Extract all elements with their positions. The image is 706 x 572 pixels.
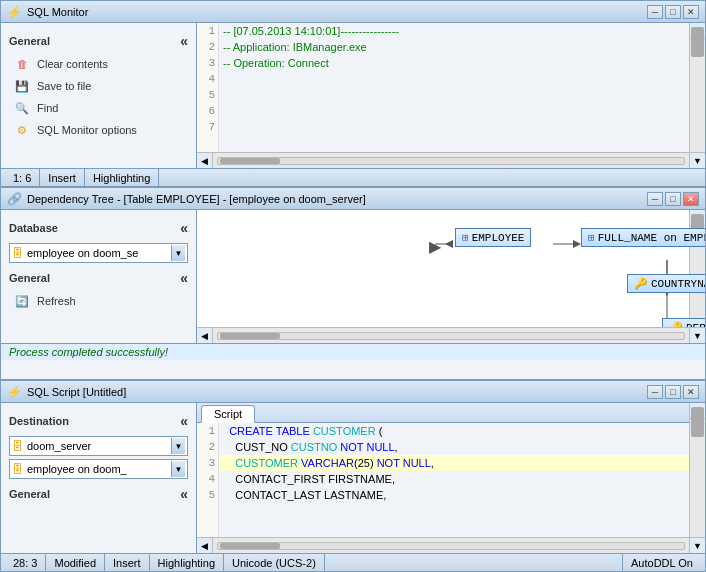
clear-icon: 🗑 <box>13 56 31 72</box>
script-db-icon: 🗄 <box>12 463 23 475</box>
deptno-node[interactable]: 🔑 DEPTNO <box>662 318 705 327</box>
dep-scroll-left[interactable]: ◀ <box>197 328 213 343</box>
find-item[interactable]: 🔍 Find <box>1 97 196 119</box>
horizontal-scrollbar[interactable]: ◀ ▶ <box>197 152 705 168</box>
line-numbers: 1234567 <box>197 23 219 152</box>
script-v-scroll-thumb[interactable] <box>691 407 704 437</box>
code-line-2: -- [07.05.2013 14:10:01]---------------- <box>219 23 705 39</box>
cursor-position: 1: 6 <box>5 169 40 186</box>
script-cursor-position: 28: 3 <box>5 554 46 571</box>
save-icon: 💾 <box>13 78 31 94</box>
collapse-script-general-button[interactable]: « <box>180 486 188 502</box>
script-maximize-button[interactable]: □ <box>665 385 681 399</box>
countryname-node-icon: 🔑 <box>634 277 648 290</box>
clear-contents-item[interactable]: 🗑 Clear contents <box>1 53 196 75</box>
process-status: Process completed successfully! <box>1 343 705 360</box>
script-close-button[interactable]: ✕ <box>683 385 699 399</box>
script-db-dropdown-value: employee on doom_ <box>27 463 171 475</box>
root-pointer: ▶ <box>429 237 441 256</box>
sql-script-titlebar: ⚡ SQL Script [Untitled] ─ □ ✕ <box>1 381 705 403</box>
scroll-thumb[interactable] <box>220 158 280 164</box>
clear-contents-label: Clear contents <box>37 58 108 70</box>
server-dropdown[interactable]: 🗄 doom_server ▼ <box>9 436 188 456</box>
code-content[interactable]: -- [07.05.2013 14:10:01]----------------… <box>219 23 705 152</box>
dep-minimize-button[interactable]: ─ <box>647 192 663 206</box>
svg-marker-3 <box>573 240 581 248</box>
sql-script-window: ⚡ SQL Script [Untitled] ─ □ ✕ Destinatio… <box>0 380 706 572</box>
script-line-4: CONTACT_FIRST FIRSTNAME, <box>219 471 705 487</box>
employee-node[interactable]: ⊞ EMPLOYEE <box>455 228 531 247</box>
dep-scroll-thumb[interactable] <box>220 333 280 339</box>
sql-monitor-statusbar: 1: 6 Insert Highlighting <box>1 168 705 186</box>
close-button[interactable]: ✕ <box>683 5 699 19</box>
server-dropdown-value: doom_server <box>27 440 171 452</box>
script-scroll-down[interactable]: ▼ <box>690 537 705 553</box>
dep-close-button[interactable]: ✕ <box>683 192 699 206</box>
script-db-dropdown-arrow[interactable]: ▼ <box>171 461 185 477</box>
script-vertical-scrollbar[interactable]: ▲ ▼ <box>689 403 705 553</box>
db-icon: 🗄 <box>12 247 23 259</box>
maximize-button[interactable]: □ <box>665 5 681 19</box>
general2-label: General <box>9 272 50 284</box>
script-status-spacer <box>325 554 623 571</box>
find-label: Find <box>37 102 58 114</box>
script-highlighting: Highlighting <box>150 554 224 571</box>
server-icon: 🗄 <box>12 440 23 452</box>
find-icon: 🔍 <box>13 100 31 116</box>
scroll-left-button[interactable]: ◀ <box>197 153 213 168</box>
countryname-node[interactable]: 🔑 COUNTRYNAME <box>627 274 705 293</box>
sql-monitor-titlebar: ⚡ SQL Monitor ─ □ ✕ <box>1 1 705 23</box>
script-horizontal-scrollbar[interactable]: ◀ ▶ <box>197 537 705 553</box>
dep-scroll-down[interactable]: ▼ <box>690 327 705 343</box>
general-section2-header: General « <box>1 266 196 290</box>
refresh-icon: 🔄 <box>13 293 31 309</box>
script-minimize-button[interactable]: ─ <box>647 385 663 399</box>
server-dropdown-arrow[interactable]: ▼ <box>171 438 185 454</box>
collapse-general-button[interactable]: « <box>180 33 188 49</box>
collapse-destination-button[interactable]: « <box>180 413 188 429</box>
dependency-diagram: ▶ ⊞ EMPLOYEE ⊞ FULL_NAME on EMPLOYEE 🔑 <box>197 210 705 327</box>
database-dropdown[interactable]: 🗄 employee on doom_se ▼ <box>9 243 188 263</box>
refresh-item[interactable]: 🔄 Refresh <box>1 290 196 312</box>
save-to-file-item[interactable]: 💾 Save to file <box>1 75 196 97</box>
fullname-node[interactable]: ⊞ FULL_NAME on EMPLOYEE <box>581 228 705 247</box>
collapse-general2-button[interactable]: « <box>180 270 188 286</box>
collapse-database-button[interactable]: « <box>180 220 188 236</box>
options-item[interactable]: ⚙ SQL Monitor options <box>1 119 196 141</box>
script-line-5: CONTACT_LAST LASTNAME, <box>219 487 705 503</box>
script-encoding: Unicode (UCS-2) <box>224 554 325 571</box>
edit-mode: Insert <box>40 169 85 186</box>
sql-monitor-title: SQL Monitor <box>27 6 647 18</box>
save-to-file-label: Save to file <box>37 80 91 92</box>
status-empty <box>159 169 701 186</box>
script-tab[interactable]: Script <box>201 405 255 423</box>
options-icon: ⚙ <box>13 122 31 138</box>
script-scroll-thumb[interactable] <box>220 543 280 549</box>
scroll-down-button[interactable]: ▼ <box>690 152 705 168</box>
employee-node-icon: ⊞ <box>462 231 469 244</box>
script-modified: Modified <box>46 554 105 571</box>
script-left-panel: Destination « 🗄 doom_server ▼ 🗄 employee… <box>1 403 197 553</box>
sql-script-icon: ⚡ <box>7 385 22 399</box>
vertical-scrollbar[interactable]: ▲ ▼ <box>689 23 705 168</box>
minimize-button[interactable]: ─ <box>647 5 663 19</box>
general-section-header: General « <box>1 29 196 53</box>
script-db-dropdown[interactable]: 🗄 employee on doom_ ▼ <box>9 459 188 479</box>
general-label: General <box>9 35 50 47</box>
script-insert-mode: Insert <box>105 554 150 571</box>
script-scroll-left[interactable]: ◀ <box>197 538 213 553</box>
database-dropdown-arrow[interactable]: ▼ <box>171 245 185 261</box>
dependency-tree-titlebar: 🔗 Dependency Tree - [Table EMPLOYEE] - [… <box>1 188 705 210</box>
dependency-tree-window: 🔗 Dependency Tree - [Table EMPLOYEE] - [… <box>0 187 706 380</box>
v-scroll-thumb[interactable] <box>691 27 704 57</box>
database-dropdown-value: employee on doom_se <box>27 247 171 259</box>
dep-horizontal-scrollbar[interactable]: ◀ ▶ <box>197 327 705 343</box>
options-label: SQL Monitor options <box>37 124 137 136</box>
dep-maximize-button[interactable]: □ <box>665 192 681 206</box>
script-code-content[interactable]: CREATE TABLE CUSTOMER ( CUST_NO CUSTNO N… <box>219 423 705 537</box>
script-general-label: General <box>9 488 50 500</box>
dependency-title: Dependency Tree - [Table EMPLOYEE] - [em… <box>27 193 647 205</box>
script-line-numbers: 12345 <box>197 423 219 537</box>
code-line-4: -- Operation: Connect <box>219 55 705 71</box>
script-line-1: CREATE TABLE CUSTOMER ( <box>219 423 705 439</box>
